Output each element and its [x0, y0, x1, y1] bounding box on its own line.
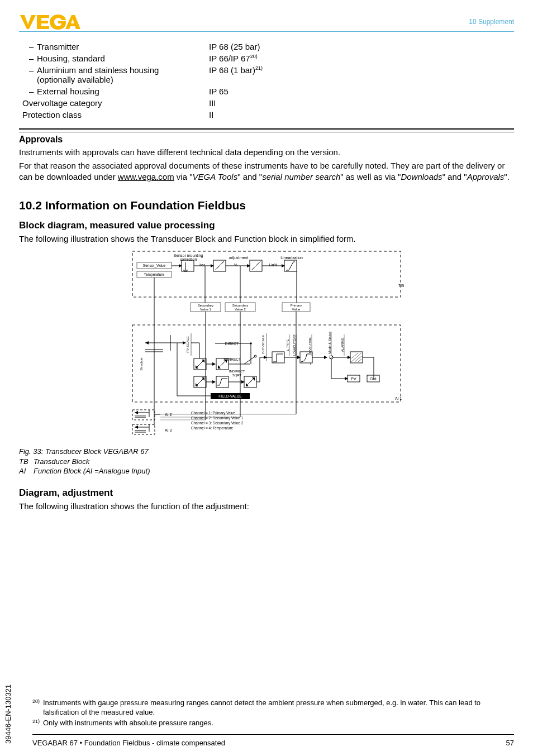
svg-text:SecondaryValue 1: SecondaryValue 1 [198, 304, 214, 311]
svg-rect-0 [132, 251, 401, 297]
svg-line-107 [355, 356, 361, 362]
svg-text:AI 1: AI 1 [395, 396, 402, 400]
spec-label: Protection class [19, 110, 209, 119]
svg-rect-69 [216, 376, 229, 387]
svg-text:Channel = 4: Temperature: Channel = 4: Temperature [191, 426, 234, 430]
svg-text:TB: TB [398, 283, 404, 288]
specs-table: –Transmitter IP 68 (25 bar) –Housing, st… [19, 42, 514, 119]
svg-text:PVF-TIME: PVF-TIME [308, 337, 312, 353]
svg-text:Channel = 1: Primary Value: Channel = 1: Primary Value [191, 411, 236, 415]
svg-text:FIELD-VALUE: FIELD-VALUE [218, 394, 242, 398]
page-footer: VEGABAR 67 • Foundation Fieldbus - clima… [32, 739, 514, 747]
spec-value: IP 65 [209, 87, 229, 96]
divider [19, 128, 514, 132]
svg-line-17 [215, 261, 224, 270]
svg-text:PV: PV [351, 377, 356, 381]
svg-line-106 [351, 353, 358, 358]
svg-text:INDIRECTSQRT: INDIRECTSQRT [229, 370, 245, 377]
svg-text:ALARMS: ALARMS [341, 338, 344, 352]
footer-left: VEGABAR 67 • Foundation Fieldbus - clima… [32, 739, 225, 747]
svg-text:SecondaryValue 2: SecondaryValue 2 [232, 304, 249, 311]
spec-value: IP 66/IP 6720) [209, 54, 258, 63]
svg-text:OUT-SCALE: OUT-SCALE [261, 335, 265, 354]
diagram-adjustment-intro: The following illustration shows the fun… [19, 501, 514, 512]
svg-text:PrimaryValue: PrimaryValue [291, 304, 302, 311]
spec-label: Aluminium and stainless housing [37, 65, 159, 75]
svg-text:Mode & Status: Mode & Status [328, 332, 331, 354]
approvals-heading: Approvals [19, 135, 514, 145]
svg-text:Sensor_Value: Sensor_Value [143, 264, 166, 268]
svg-line-78 [244, 356, 255, 364]
svg-marker-51 [196, 365, 198, 369]
svg-line-108 [358, 359, 361, 362]
svg-text:L-TYPE: L-TYPE [286, 339, 289, 351]
svg-text:AI 2: AI 2 [165, 413, 172, 417]
svg-text:Lin%: Lin% [269, 263, 278, 267]
svg-text:Channel = 3: Secondary Value 2: Channel = 3: Secondary Value 2 [191, 421, 244, 425]
spec-value: IP 68 (1 bar)21) [209, 65, 263, 84]
svg-text:PV-SCALE: PV-SCALE [186, 337, 189, 353]
footnotes: 20)Instruments with gauge pressure measu… [32, 698, 514, 729]
footer-rule [32, 734, 514, 735]
block-diagram-heading: Block diagram, measured value processing [19, 220, 514, 231]
svg-text:Simulate: Simulate [140, 357, 143, 371]
page-header: 10 Supplement [19, 13, 514, 32]
approvals-p1: Instruments with approvals can have diff… [19, 147, 514, 158]
spec-label: Transmitter [37, 42, 79, 51]
svg-text:Linearization: Linearization [280, 256, 303, 260]
svg-marker-42 [145, 341, 149, 344]
spec-label: Housing, standard [37, 54, 105, 63]
svg-text:adjustment: adjustment [229, 256, 248, 260]
section-10-2-heading: 10.2 Information on Foundation Fieldbus [19, 199, 514, 212]
svg-marker-129 [135, 425, 138, 429]
block-diagram-intro: The following illustration shows the Tra… [19, 233, 514, 245]
diagram-adjustment-heading: Diagram, adjustment [19, 487, 514, 499]
svg-rect-10 [182, 260, 194, 271]
svg-marker-60 [218, 365, 221, 369]
svg-text:bar: bar [199, 263, 205, 267]
header-section: 10 Supplement [469, 18, 514, 26]
svg-rect-85 [272, 352, 284, 363]
document-id: 39446-EN-130321 [4, 685, 12, 744]
spec-value: II [209, 110, 213, 119]
svg-text:Out: Out [370, 377, 376, 381]
svg-marker-52 [202, 360, 204, 363]
svg-marker-66 [196, 383, 198, 386]
svg-marker-67 [202, 377, 204, 381]
svg-text:%: % [234, 263, 237, 267]
svg-rect-122 [132, 424, 155, 434]
svg-text:Temperature: Temperature [144, 272, 165, 277]
spec-label: Overvoltage category [19, 98, 209, 108]
approvals-p2: For that reason the associated approval … [19, 160, 514, 183]
svg-marker-74 [246, 383, 249, 386]
svg-text:AI 3: AI 3 [165, 428, 172, 432]
svg-text:INDIRECT: INDIRECT [223, 357, 241, 361]
spec-label: External housing [37, 87, 99, 96]
svg-marker-124 [135, 411, 138, 414]
figure-caption: Fig. 33: Transducer Block VEGABAR 67 TBT… [19, 447, 514, 476]
svg-text:LOWCUTOFF: LOWCUTOFF [293, 334, 296, 356]
svg-line-21 [251, 261, 260, 270]
spec-value: III [209, 98, 216, 108]
svg-rect-121 [132, 410, 155, 420]
vega-logo [19, 13, 80, 30]
page-number: 57 [506, 739, 514, 747]
spec-value: IP 68 (25 bar) [209, 42, 260, 51]
block-diagram-figure: TB Sensor mountingcorrection adjustment … [19, 247, 514, 442]
svg-marker-75 [252, 377, 255, 381]
